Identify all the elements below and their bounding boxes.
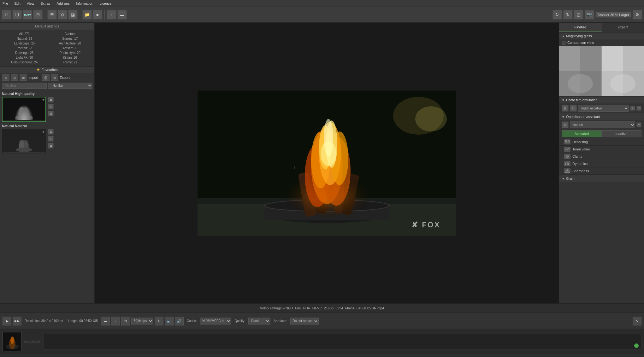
tab-expert[interactable]: Expert bbox=[602, 23, 644, 32]
active-indicator bbox=[634, 343, 639, 348]
codec-select[interactable]: H.264/MPEG-4 bbox=[200, 318, 231, 325]
nn-section-title: Natural Neutral bbox=[1, 123, 93, 128]
photo-film-header[interactable]: ▼ Photo film emulation bbox=[559, 97, 644, 103]
cat-kirlian[interactable]: Kirlian: 16 bbox=[48, 56, 93, 60]
resolution-info: Resolution: 3840 x 2160 px bbox=[25, 319, 63, 323]
feature-denoising: Denoising bbox=[559, 138, 644, 146]
pfe-refresh-btn[interactable]: ↻ bbox=[570, 105, 577, 112]
filmstrip-button[interactable]: ◪ bbox=[68, 10, 78, 20]
at-btn[interactable]: @ bbox=[42, 74, 50, 81]
cat-light-fx[interactable]: Light FX: 30 bbox=[2, 56, 47, 60]
nn-add-btn[interactable]: + bbox=[48, 136, 54, 142]
copy-button[interactable]: ❏ bbox=[12, 10, 22, 20]
audio-btn[interactable]: 🔈 bbox=[165, 317, 174, 325]
main-layout: Default settings All: 272 Custom Natural… bbox=[0, 23, 644, 303]
cat-custom[interactable]: Custom bbox=[48, 32, 93, 36]
expand-btn[interactable]: ⤡ bbox=[633, 317, 641, 325]
cat-colour-scheme[interactable]: Colour scheme: 24 bbox=[2, 60, 47, 64]
nhq-fav-btn[interactable]: ★ bbox=[48, 97, 54, 102]
menu-edit[interactable]: Edit bbox=[15, 2, 21, 5]
svg-rect-46 bbox=[565, 140, 567, 142]
settings-button[interactable]: ⚙ bbox=[633, 10, 642, 20]
filter-item-nn[interactable]: ★ bbox=[2, 129, 46, 154]
compare-button[interactable]: ◫ bbox=[574, 10, 583, 20]
oa-grid-btn[interactable]: ⊞ bbox=[562, 121, 569, 128]
grid-button[interactable]: ⊞ bbox=[33, 10, 43, 20]
nn-fav-btn[interactable]: ★ bbox=[48, 129, 54, 135]
play-loop-button[interactable]: ▶▶ bbox=[13, 317, 21, 325]
pfe-grid-btn[interactable]: ⊞ bbox=[562, 105, 569, 112]
menu-extras[interactable]: Extras bbox=[40, 2, 50, 5]
cat-surreal[interactable]: Surreal: 17 bbox=[48, 37, 93, 41]
list-button[interactable]: ☰ bbox=[47, 10, 57, 20]
cat-landscape[interactable]: Landscape: 25 bbox=[2, 41, 47, 45]
grain-header[interactable]: ▼ Grain bbox=[559, 175, 644, 182]
toolbar-sep-2 bbox=[80, 10, 80, 20]
comparison-checkbox[interactable] bbox=[562, 41, 565, 44]
menu-licence[interactable]: Licence bbox=[100, 2, 112, 5]
menu-addons[interactable]: Add-ons bbox=[57, 2, 70, 5]
svg-rect-47 bbox=[568, 140, 570, 142]
crop-btn[interactable]: ▫ bbox=[111, 317, 120, 325]
cat-architecture[interactable]: Architecture: 20 bbox=[48, 41, 93, 45]
cat-natural[interactable]: Natural: 23 bbox=[2, 37, 47, 41]
optimisation-title: Optimisation assistant bbox=[566, 115, 600, 119]
crop-button[interactable]: ▫ bbox=[107, 10, 116, 20]
artefacts-select[interactable]: Do not reduce bbox=[290, 318, 319, 325]
raw-button[interactable]: RAW bbox=[23, 10, 32, 20]
oa-select[interactable]: Natural bbox=[570, 121, 635, 128]
fps-select[interactable]: 59,94 fps bbox=[131, 318, 153, 325]
activated-btn[interactable]: Activated bbox=[562, 131, 602, 137]
list-view-btn[interactable]: ☰ bbox=[11, 74, 18, 81]
mask-button[interactable]: ▬ bbox=[117, 10, 127, 20]
cat-portrait[interactable]: Portrait: 23 bbox=[2, 46, 47, 50]
filter-search-input[interactable] bbox=[2, 83, 47, 89]
svg-point-2 bbox=[18, 107, 30, 120]
svg-rect-54 bbox=[565, 163, 566, 165]
inactive-btn[interactable]: Inactive bbox=[602, 131, 641, 137]
cat-drawings[interactable]: Drawings: 23 bbox=[2, 51, 47, 55]
oa-dropdown-btn[interactable]: ▿ bbox=[636, 122, 641, 127]
export-grid-btn[interactable]: ⊞ bbox=[51, 74, 58, 81]
nhq-add-btn[interactable]: + bbox=[48, 104, 54, 109]
pfe-pin-btn[interactable]: ▿ bbox=[630, 106, 635, 111]
play-button[interactable]: ▶ bbox=[3, 317, 11, 325]
svg-point-52 bbox=[567, 156, 568, 157]
artefacts-label: Artefacts: bbox=[274, 319, 287, 323]
timeline-track[interactable] bbox=[43, 334, 641, 349]
grid-view-btn[interactable]: ⊞ bbox=[2, 74, 9, 81]
folder-button[interactable]: 📁 bbox=[82, 10, 92, 20]
filter-item-nhq[interactable]: ★ bbox=[2, 97, 46, 122]
svg-point-13 bbox=[415, 106, 447, 132]
optimisation-header[interactable]: ▼ Optimisation assistant bbox=[559, 113, 644, 120]
cat-artistic[interactable]: Artistic: 30 bbox=[48, 46, 93, 50]
cursor-indicator: ╵ bbox=[293, 166, 297, 173]
nhq-settings-btn[interactable]: ⚙ bbox=[48, 111, 54, 116]
sync-btn[interactable]: ↻ bbox=[121, 317, 130, 325]
pfe-extra-btn[interactable]: □ bbox=[636, 106, 641, 111]
screen-button[interactable]: ■ bbox=[93, 10, 102, 20]
menu-view[interactable]: View bbox=[27, 2, 34, 5]
rotate-button[interactable]: ↻ bbox=[563, 10, 573, 20]
filter-dropdown[interactable]: - No filter - bbox=[48, 83, 93, 89]
magnifying-glass-header[interactable]: ▲ Magnifying glass bbox=[559, 32, 644, 39]
aspect-btn[interactable]: ▬ bbox=[101, 317, 110, 325]
new-button[interactable]: □ bbox=[2, 10, 11, 20]
menu-information[interactable]: Information bbox=[76, 2, 93, 5]
refresh-button[interactable]: ↻ bbox=[552, 10, 562, 20]
print-button[interactable]: ⎙ bbox=[58, 10, 67, 20]
svg-point-40 bbox=[568, 74, 593, 93]
menu-file[interactable]: File bbox=[3, 2, 8, 5]
camera-button[interactable]: 📷 bbox=[585, 10, 594, 20]
audio2-btn[interactable]: 🔊 bbox=[175, 317, 184, 325]
nn-settings-btn[interactable]: ⚙ bbox=[48, 143, 54, 149]
cat-frame[interactable]: Frame: 21 bbox=[48, 60, 93, 64]
tab-finalise[interactable]: Finalise bbox=[559, 23, 602, 32]
quality-select[interactable]: Good bbox=[248, 318, 270, 325]
sync2-btn[interactable]: ↻ bbox=[155, 317, 163, 325]
preview-area[interactable]: FOX ✘ FOX ✘ FOX ╵ bbox=[95, 23, 559, 303]
pfe-select[interactable]: digital negative bbox=[578, 105, 629, 112]
import-grid-btn[interactable]: ⊞ bbox=[20, 74, 27, 81]
cat-photo-style[interactable]: Photo style: 20 bbox=[48, 51, 93, 55]
cat-all[interactable]: All: 272 bbox=[2, 32, 47, 36]
